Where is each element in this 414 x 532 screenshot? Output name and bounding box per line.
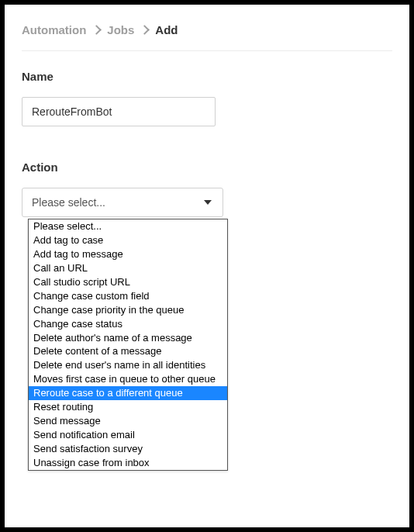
chevron-right-icon — [91, 25, 102, 35]
action-dropdown[interactable]: Please select...Add tag to caseAdd tag t… — [28, 219, 228, 471]
breadcrumb-current: Add — [155, 23, 178, 36]
action-option[interactable]: Delete end user's name in all identities — [29, 358, 227, 372]
action-select[interactable]: Please select... — [22, 188, 223, 217]
action-option[interactable]: Delete content of a message — [29, 344, 227, 358]
breadcrumb: Automation Jobs Add — [22, 23, 392, 51]
action-option[interactable]: Add tag to message — [29, 247, 227, 261]
action-option[interactable]: Reroute case to a different queue — [29, 386, 227, 400]
action-option[interactable]: Call an URL — [29, 261, 227, 275]
action-field-group: Action Please select... Please select...… — [22, 161, 392, 217]
action-option[interactable]: Change case priority in the queue — [29, 303, 227, 317]
action-option[interactable]: Send satisfaction survey — [29, 442, 227, 456]
action-option[interactable]: Delete author's name of a message — [29, 331, 227, 345]
action-option[interactable]: Reset routing — [29, 400, 227, 414]
breadcrumb-jobs[interactable]: Jobs — [107, 23, 134, 36]
name-input[interactable] — [22, 97, 216, 126]
chevron-right-icon — [140, 25, 150, 35]
action-option[interactable]: Change case custom field — [29, 289, 227, 303]
action-option[interactable]: Send notification email — [29, 428, 227, 442]
chevron-down-icon — [204, 200, 212, 205]
action-option[interactable]: Moves first case in queue to other queue — [29, 372, 227, 386]
name-label: Name — [22, 70, 392, 83]
action-label: Action — [22, 161, 392, 174]
action-select-wrap: Please select... Please select...Add tag… — [22, 188, 223, 217]
form-window: Automation Jobs Add Name Action Please s… — [5, 5, 409, 527]
action-option[interactable]: Change case status — [29, 317, 227, 331]
action-option[interactable]: Unassign case from inbox — [29, 456, 227, 470]
breadcrumb-automation[interactable]: Automation — [22, 23, 86, 36]
name-field-group: Name — [22, 70, 392, 126]
action-select-value: Please select... — [32, 196, 105, 209]
action-option[interactable]: Add tag to case — [29, 233, 227, 247]
action-option[interactable]: Please select... — [29, 219, 227, 233]
action-option[interactable]: Call studio script URL — [29, 275, 227, 289]
action-option[interactable]: Send message — [29, 414, 227, 428]
